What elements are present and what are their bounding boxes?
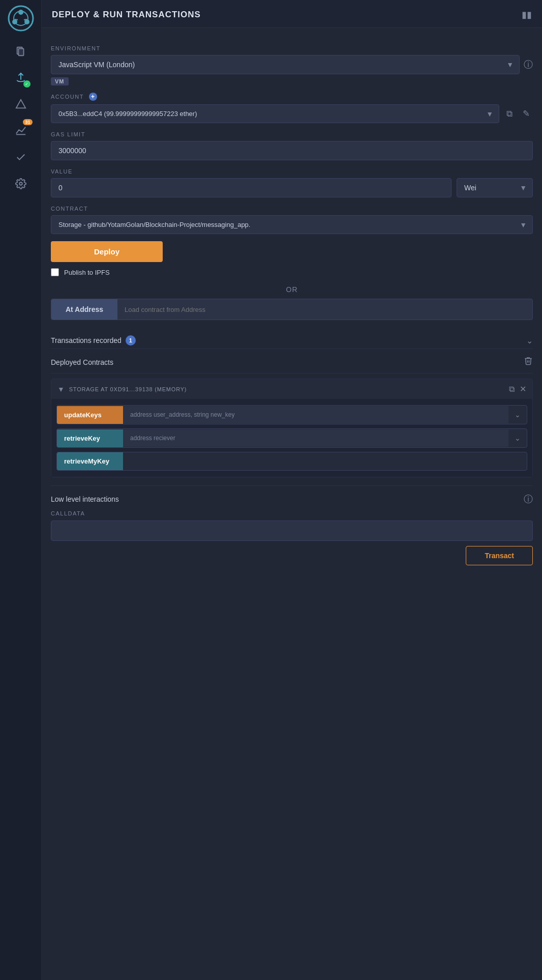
ipfs-row: Publish to IPFS [51, 268, 533, 276]
content-area: ENVIRONMENT JavaScript VM (London) ▼ ⓘ V… [42, 28, 542, 581]
at-address-row: At Address [51, 299, 533, 320]
transact-button[interactable]: Transact [466, 546, 533, 565]
method-button-retrievekey[interactable]: retrieveKey [57, 429, 123, 447]
environment-label: ENVIRONMENT [51, 45, 533, 51]
copy-icon: ⧉ [506, 109, 513, 119]
environment-info-icon[interactable]: ⓘ [524, 59, 533, 71]
deployed-contracts-label: Deployed Contracts [51, 358, 113, 366]
account-copy-button[interactable]: ⧉ [503, 106, 516, 122]
low-level-section: Low level interactions ⓘ CALLDATA Transa… [51, 485, 533, 565]
contract-instance: ▼ STORAGE AT 0XD91...39138 (MEMORY) ⧉ ✕ … [51, 379, 533, 477]
environment-select-wrap: JavaScript VM (London) ▼ [51, 55, 520, 74]
at-address-input[interactable] [117, 299, 532, 320]
calldata-label: CALLDATA [51, 510, 533, 516]
method-chevron-retrievekey[interactable]: ⌄ [508, 429, 527, 447]
sidebar-item-transactions[interactable] [11, 95, 31, 114]
instance-expand-icon: ▼ [57, 385, 65, 393]
svg-line-7 [15, 19, 18, 20]
sidebar: ✓ 31 [0, 0, 42, 980]
methods-area: updateKeys address user_address, string … [51, 399, 532, 477]
gas-limit-label: GAS LIMIT [51, 131, 533, 137]
ipfs-checkbox[interactable] [51, 268, 59, 276]
sidebar-item-deploy[interactable]: ✓ [11, 68, 31, 88]
method-row-updatekeys: updateKeys address user_address, string … [56, 405, 527, 424]
transact-row: Transact [51, 546, 533, 565]
account-edit-button[interactable]: ✎ [520, 105, 533, 122]
svg-rect-9 [18, 49, 23, 56]
deployed-contracts-trash-icon[interactable] [524, 356, 533, 368]
low-level-header: Low level interactions ⓘ [51, 493, 533, 505]
at-address-button[interactable]: At Address [51, 299, 117, 320]
main-panel: DEPLOY & RUN TRANSACTIONS ▮▮ ENVIRONMENT… [42, 0, 542, 980]
method-param-retrievekey: address reciever [123, 429, 508, 447]
page-title: DEPLOY & RUN TRANSACTIONS [52, 10, 201, 20]
header-menu-icon[interactable]: ▮▮ [522, 9, 532, 20]
deploy-active-badge: ✓ [23, 80, 31, 88]
transactions-label: Transactions recorded 1 [51, 335, 136, 345]
chart-badge: 31 [23, 119, 32, 125]
account-select[interactable]: 0x5B3...eddC4 (99.99999999999957223 ethe… [51, 104, 499, 123]
method-param-updatekeys: address user_address, string new_key [123, 406, 508, 423]
value-label: VALUE [51, 168, 533, 175]
ipfs-label: Publish to IPFS [64, 269, 110, 276]
account-add-icon[interactable]: + [89, 93, 97, 101]
method-button-updatekeys[interactable]: updateKeys [57, 406, 123, 424]
contract-select[interactable]: Storage - github/YotamGolan/Blockchain-P… [51, 215, 533, 234]
method-chevron-updatekeys[interactable]: ⌄ [508, 406, 527, 424]
svg-marker-10 [16, 100, 25, 108]
low-level-title: Low level interactions [51, 495, 119, 503]
contract-instance-header[interactable]: ▼ STORAGE AT 0XD91...39138 (MEMORY) ⧉ ✕ [51, 379, 532, 399]
account-select-wrap: 0x5B3...eddC4 (99.99999999999957223 ethe… [51, 104, 499, 123]
sidebar-item-files[interactable] [11, 42, 31, 61]
vm-badge: VM [51, 77, 69, 85]
value-unit-wrap: Wei Gwei Finney Ether ▼ [457, 178, 533, 197]
contract-select-wrap: Storage - github/YotamGolan/Blockchain-P… [51, 215, 533, 234]
contract-label: CONTRACT [51, 206, 533, 212]
transactions-recorded-header[interactable]: Transactions recorded 1 ⌄ [51, 328, 533, 345]
environment-select[interactable]: JavaScript VM (London) [51, 55, 520, 74]
svg-line-6 [24, 19, 27, 20]
value-input[interactable] [51, 178, 451, 197]
method-button-retrievemykey[interactable]: retrieveMyKey [57, 452, 123, 470]
transactions-chevron-icon: ⌄ [526, 336, 533, 345]
contract-instance-title: ▼ STORAGE AT 0XD91...39138 (MEMORY) [57, 385, 187, 393]
edit-icon: ✎ [523, 109, 530, 119]
deploy-button[interactable]: Deploy [51, 241, 163, 262]
value-row: Wei Gwei Finney Ether ▼ [51, 178, 533, 197]
header: DEPLOY & RUN TRANSACTIONS ▮▮ [42, 0, 542, 28]
gas-limit-input[interactable] [51, 141, 533, 160]
contract-instance-icons: ⧉ ✕ [509, 384, 526, 394]
sidebar-item-check[interactable] [11, 148, 31, 167]
or-divider: OR [51, 285, 533, 294]
logo-icon[interactable] [8, 5, 34, 32]
sidebar-item-settings[interactable] [11, 174, 31, 193]
low-level-info-icon[interactable]: ⓘ [524, 493, 533, 505]
method-row-retrievemykey: retrieveMyKey [56, 452, 527, 471]
svg-point-12 [19, 182, 22, 185]
sidebar-item-chart[interactable]: 31 [11, 121, 31, 140]
method-row-retrievekey: retrieveKey address reciever ⌄ [56, 428, 527, 448]
instance-copy-icon[interactable]: ⧉ [509, 385, 515, 394]
instance-close-icon[interactable]: ✕ [520, 384, 526, 394]
calldata-input[interactable] [51, 521, 533, 541]
value-unit-select[interactable]: Wei Gwei Finney Ether [457, 178, 533, 197]
deployed-contracts-header: Deployed Contracts [51, 349, 533, 373]
account-label: ACCOUNT + [51, 93, 533, 101]
transactions-count-badge: 1 [126, 335, 136, 345]
account-row: 0x5B3...eddC4 (99.99999999999957223 ethe… [51, 104, 533, 123]
